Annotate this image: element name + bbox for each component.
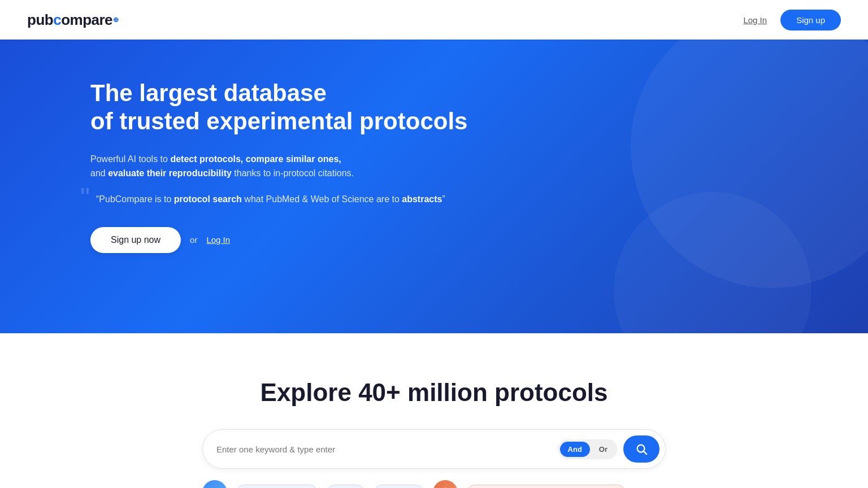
login-link[interactable]: Log In bbox=[743, 15, 767, 25]
user-avatar-orange bbox=[433, 480, 458, 488]
explore-section: Explore 40+ million protocols And Or con… bbox=[0, 333, 868, 488]
hero-quote: " “PubCompare is to protocol search what… bbox=[90, 192, 486, 207]
and-toggle-button[interactable]: And bbox=[560, 442, 590, 457]
nav-actions: Log In Sign up bbox=[743, 10, 841, 30]
tag-fibrosis[interactable]: Fibrosis × bbox=[374, 485, 424, 489]
hero-actions: Sign up now or Log In bbox=[90, 227, 486, 253]
logo-c: c bbox=[53, 11, 61, 29]
quote-mark-icon: " bbox=[80, 184, 90, 211]
logo: pubcompare⊕ bbox=[27, 11, 119, 29]
hero-title: The largest database of trusted experime… bbox=[90, 79, 486, 136]
hero-login-link[interactable]: Log In bbox=[206, 235, 230, 245]
logo-superscript: ⊕ bbox=[113, 16, 119, 24]
and-or-toggle: And Or bbox=[558, 439, 618, 459]
signup-button[interactable]: Sign up bbox=[780, 10, 841, 30]
search-submit-button[interactable] bbox=[623, 435, 659, 463]
svg-line-1 bbox=[644, 451, 646, 454]
hero-subtitle: Powerful AI tools to detect protocols, c… bbox=[90, 152, 486, 181]
explore-title: Explore 40+ million protocols bbox=[261, 378, 608, 407]
suggestions-row: contraction assay × TGF × Fibrosis × Con… bbox=[202, 480, 666, 488]
search-icon bbox=[635, 443, 648, 455]
navbar: pubcompare⊕ Log In Sign up bbox=[0, 0, 868, 40]
logo-ompare: ompare bbox=[61, 11, 112, 29]
user-avatar-check bbox=[202, 480, 227, 488]
logo-pub: pub bbox=[27, 11, 53, 29]
suggestion-result[interactable]: Contraction assay for TGF role in fibros… bbox=[467, 485, 626, 489]
or-separator: or bbox=[190, 235, 197, 245]
hero-section: The largest database of trusted experime… bbox=[0, 40, 868, 333]
search-input[interactable] bbox=[216, 445, 552, 454]
search-bar: And Or bbox=[202, 429, 666, 469]
or-toggle-button[interactable]: Or bbox=[591, 442, 615, 457]
tag-tgf[interactable]: TGF × bbox=[327, 485, 365, 489]
tag-contraction[interactable]: contraction assay × bbox=[236, 485, 318, 489]
signup-now-button[interactable]: Sign up now bbox=[90, 227, 181, 253]
hero-content: The largest database of trusted experime… bbox=[90, 79, 486, 253]
